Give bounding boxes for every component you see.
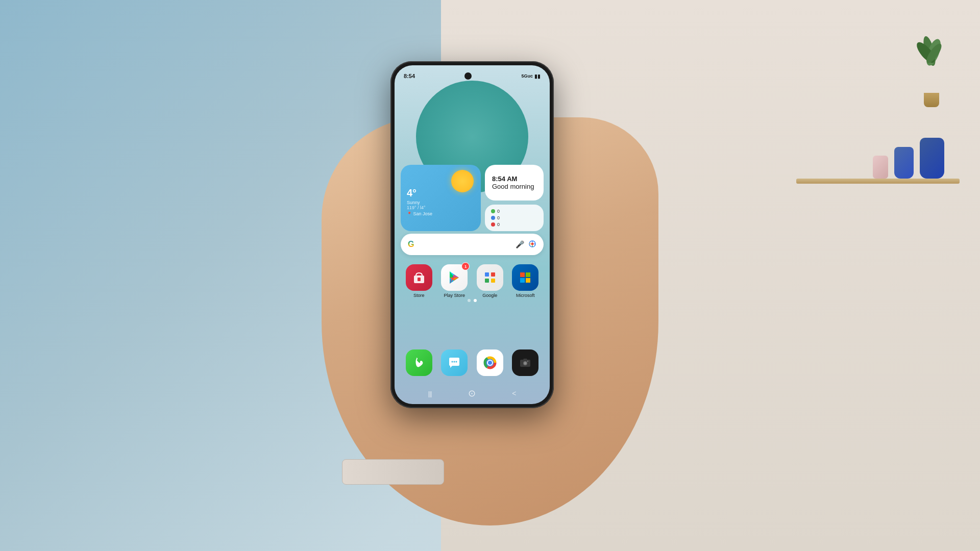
shelf-board <box>796 179 960 184</box>
hand-container: 8:54 5Guc ▮▮ 4° Sunny 119° / l4° <box>362 46 618 505</box>
blue-vase-2 <box>894 147 914 179</box>
app-dock <box>401 349 544 376</box>
plant-pot <box>924 93 939 107</box>
status-bar: 8:54 5Guc ▮▮ <box>395 65 550 82</box>
notif-count-2: 0 <box>497 215 500 220</box>
app-store[interactable]: Store <box>403 264 435 298</box>
svg-rect-19 <box>526 278 530 283</box>
status-icons: 5Guc ▮▮ <box>521 73 541 79</box>
play-store-app-label: Play Store <box>444 293 465 298</box>
widgets-area: 4° Sunny 119° / l4° San Jose 8:54 AM Goo… <box>401 165 544 231</box>
notif-row-1: 0 <box>491 209 537 214</box>
play-store-badge: 1 <box>461 262 470 270</box>
dock-chrome[interactable] <box>474 349 506 376</box>
notif-dot-blue <box>491 216 495 220</box>
page-indicator <box>395 299 550 302</box>
microsoft-app-icon <box>512 264 538 291</box>
app-play-store[interactable]: 1 Play Store <box>438 264 471 298</box>
recent-apps-icon[interactable]: ||| <box>428 390 432 397</box>
google-app-icon <box>477 264 503 291</box>
front-camera <box>464 72 472 80</box>
page-dot-2 <box>474 299 477 302</box>
weather-condition: Sunny <box>407 200 475 205</box>
svg-rect-16 <box>520 272 525 277</box>
svg-point-31 <box>527 361 528 362</box>
phone-app-icon <box>406 349 432 376</box>
google-lens-icon[interactable] <box>528 240 536 249</box>
microphone-icon[interactable]: 🎤 <box>516 240 524 248</box>
back-icon[interactable]: < <box>512 389 516 397</box>
weather-sun-icon <box>451 170 474 192</box>
svg-point-1 <box>531 242 534 245</box>
status-time: 8:54 <box>404 73 415 79</box>
shelf-object <box>873 156 888 179</box>
svg-rect-17 <box>526 272 530 277</box>
play-store-app-icon: 1 <box>441 264 468 291</box>
dock-camera[interactable] <box>509 349 542 376</box>
notif-row-2: 0 <box>491 215 537 220</box>
svg-rect-7 <box>418 278 421 281</box>
svg-rect-15 <box>491 279 495 283</box>
app-grid: Store <box>401 264 544 298</box>
notif-count-1: 0 <box>497 209 500 214</box>
battery-icon: ▮▮ <box>534 73 541 79</box>
camera-app-icon <box>512 349 538 376</box>
home-icon[interactable]: ⊙ <box>468 388 476 399</box>
greeting-text: Good morning <box>492 183 536 190</box>
chrome-app-icon <box>477 349 503 376</box>
navigation-bar: ||| ⊙ < <box>395 388 550 399</box>
greeting-time: 8:54 AM <box>492 175 536 183</box>
widget-row-top: 4° Sunny 119° / l4° San Jose 8:54 AM Goo… <box>401 165 544 231</box>
page-dot-1 <box>468 299 471 302</box>
weather-location: San Jose <box>407 211 475 216</box>
phone-screen: 8:54 5Guc ▮▮ 4° Sunny 119° / l4° <box>395 65 550 404</box>
blue-vase-1 <box>920 138 944 179</box>
store-app-label: Store <box>413 293 425 298</box>
phone-device: 8:54 5Guc ▮▮ 4° Sunny 119° / l4° <box>390 61 554 408</box>
notif-dot-green <box>491 209 495 213</box>
dock-messages[interactable] <box>438 349 471 376</box>
notif-dot-red <box>491 222 495 227</box>
dock-phone[interactable] <box>403 349 435 376</box>
svg-point-28 <box>488 361 492 365</box>
notif-row-3: 0 <box>491 222 537 227</box>
weather-widget[interactable]: 4° Sunny 119° / l4° San Jose <box>401 165 481 231</box>
google-search-bar[interactable]: G 🎤 <box>401 234 544 255</box>
svg-point-30 <box>524 362 527 365</box>
google-app-label: Google <box>482 293 497 298</box>
notif-count-3: 0 <box>497 222 500 227</box>
greeting-widget[interactable]: 8:54 AM Good morning <box>485 165 544 201</box>
svg-point-22 <box>456 361 457 363</box>
svg-point-20 <box>452 361 453 363</box>
signal-icon: 5Guc <box>521 73 533 79</box>
svg-rect-14 <box>485 279 489 283</box>
store-app-icon <box>406 264 432 291</box>
svg-rect-12 <box>485 272 489 277</box>
watch-band <box>342 459 444 485</box>
notification-widget[interactable]: 0 0 0 <box>485 205 544 231</box>
svg-rect-13 <box>491 272 495 277</box>
app-microsoft[interactable]: Microsoft <box>509 264 542 298</box>
app-google[interactable]: Google <box>474 264 506 298</box>
messages-app-icon <box>441 349 468 376</box>
svg-rect-18 <box>520 278 525 283</box>
svg-point-21 <box>454 361 455 363</box>
weather-range: 119° / l4° <box>407 205 475 210</box>
widget-col-right: 8:54 AM Good morning 0 0 <box>485 165 544 231</box>
microsoft-app-label: Microsoft <box>516 293 535 298</box>
google-g-icon: G <box>408 240 414 249</box>
